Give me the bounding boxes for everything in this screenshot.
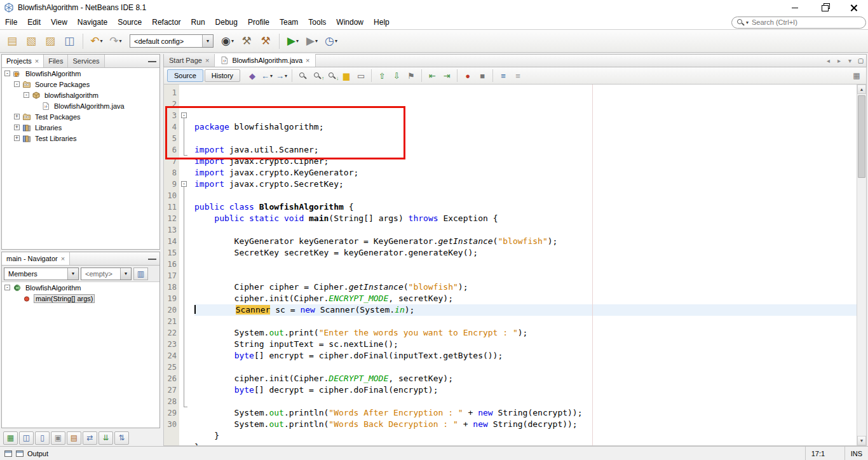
scrollbar-track[interactable] — [857, 94, 866, 436]
run-project-button[interactable]: ▶▾ — [284, 32, 302, 50]
project-item-blowfishalgorithm[interactable]: -BlowfishAlgorithm — [2, 68, 159, 79]
code-line[interactable] — [194, 224, 857, 236]
scroll-down-icon[interactable]: ▼ — [857, 436, 866, 445]
inherited-members-button[interactable]: ▥ — [133, 267, 148, 280]
open-project-button[interactable]: ▨ — [41, 32, 59, 50]
code-line[interactable]: } — [194, 430, 857, 442]
build-project-button[interactable]: ⚒ — [238, 32, 255, 50]
code-line[interactable] — [194, 133, 857, 144]
code-line[interactable]: byte[] decrypt = cipher.doFinal(encrypt)… — [194, 384, 857, 396]
new-file-button[interactable]: ▤ — [3, 32, 21, 50]
code-line[interactable]: import javax.crypto.KeyGenerator; — [194, 167, 857, 179]
output-window-button[interactable]: ▦ — [3, 431, 18, 445]
stop-macro-recording-button[interactable]: ■ — [475, 69, 489, 83]
project-item-source-packages[interactable]: -Source Packages — [2, 79, 159, 90]
close-tab-icon[interactable]: × — [205, 57, 209, 64]
code-line[interactable]: System.out.println("Words Back Decryptio… — [194, 419, 857, 430]
collapse-toggle-icon[interactable]: - — [4, 285, 10, 290]
dropdown-arrow-icon[interactable]: ▾ — [315, 38, 318, 44]
menu-run[interactable]: Run — [186, 16, 210, 29]
expand-toggle-icon[interactable]: + — [14, 125, 20, 130]
comment-button[interactable]: ≡ — [496, 69, 510, 83]
code-editor[interactable]: package blowfishalgorithm;import java.ut… — [189, 85, 857, 445]
new-project-button[interactable]: ▧ — [22, 32, 40, 50]
collapse-toggle-icon[interactable]: - — [24, 92, 29, 98]
fold-collapse-toggle[interactable]: - — [181, 181, 187, 187]
start-macro-recording-button[interactable]: ● — [461, 69, 475, 83]
sessions-window-button[interactable]: ▤ — [67, 431, 81, 445]
project-item-blowfishalgorithm[interactable]: -blowfishalgorithm — [2, 90, 159, 100]
breakpoints-window-button[interactable]: ▣ — [51, 431, 65, 445]
dropdown-arrow-icon[interactable]: ▾ — [296, 38, 299, 44]
code-line[interactable]: import javax.crypto.Cipher; — [194, 156, 857, 167]
search-dropdown-icon[interactable]: ▾ — [746, 20, 749, 25]
dropdown-arrow-icon[interactable]: ▾ — [285, 73, 287, 79]
dropdown-arrow-icon[interactable]: ▾ — [335, 38, 337, 44]
close-button[interactable] — [839, 0, 868, 15]
project-item-libraries[interactable]: +Libraries — [2, 122, 159, 133]
debug-project-button[interactable]: ▶▾ — [303, 32, 321, 50]
code-line[interactable]: System.out.print("Enter the words you wa… — [194, 327, 857, 339]
watches-window-button[interactable]: ▯ — [35, 431, 50, 445]
debugging-window-button[interactable]: ⇅ — [114, 431, 129, 445]
maximize-editor-icon[interactable]: ▢ — [855, 57, 866, 64]
code-line[interactable]: String inputText = sc.nextLine(); — [194, 339, 857, 350]
code-line[interactable] — [194, 362, 857, 373]
expand-toggle-icon[interactable]: + — [14, 114, 20, 119]
scroll-tabs-right-icon[interactable]: ▸ — [834, 57, 844, 64]
close-tab-icon[interactable]: × — [306, 57, 309, 64]
code-line[interactable]: byte[] encrypt = cipher.doFinal(inputTex… — [194, 350, 857, 362]
rectangular-selection-button[interactable]: ▭ — [354, 69, 368, 83]
dropdown-arrow-icon[interactable]: ▾ — [270, 73, 273, 79]
back-button[interactable]: ←▾ — [260, 69, 274, 83]
minimize-panel-icon[interactable] — [148, 61, 156, 62]
deploy-button[interactable]: ◉▾ — [219, 32, 236, 50]
output-window-tab[interactable]: Output — [0, 450, 53, 457]
code-line[interactable]: package blowfishalgorithm; — [194, 121, 857, 133]
next-bookmark-button[interactable]: ⇩ — [390, 69, 403, 83]
code-line[interactable] — [194, 270, 857, 281]
menu-help[interactable]: Help — [369, 16, 395, 29]
code-line[interactable]: import java.util.Scanner; — [194, 144, 857, 156]
find-selection-button[interactable] — [295, 69, 309, 83]
code-line[interactable]: cipher.init(Cipher.ENCRYPT_MODE, secretK… — [194, 293, 857, 304]
combo-dropdown-icon[interactable]: ▾ — [120, 268, 131, 280]
fold-collapse-toggle[interactable]: - — [181, 112, 187, 118]
history-view-button[interactable]: History — [205, 69, 240, 82]
code-line[interactable]: Cipher cipher = Cipher.getInstance("blow… — [194, 281, 857, 293]
collapse-toggle-icon[interactable]: - — [14, 81, 20, 87]
scroll-tabs-left-icon[interactable]: ◂ — [823, 57, 834, 64]
document-list-icon[interactable]: ▾ — [844, 57, 855, 64]
redo-button[interactable]: ↷▾ — [107, 32, 125, 50]
filter-select[interactable]: <empty> ▾ — [81, 267, 132, 280]
code-line[interactable]: SecretKey secretKey = keyGenerator.gener… — [194, 247, 857, 259]
explorer-tab-files[interactable]: Files — [44, 55, 68, 67]
close-tab-icon[interactable]: × — [35, 58, 39, 65]
code-line[interactable]: cipher.init(Cipher.DECRYPT_MODE, secretK… — [194, 373, 857, 384]
explorer-tab-projects[interactable]: Projects× — [2, 55, 44, 67]
uncomment-button[interactable]: ≡ — [511, 69, 525, 83]
code-line[interactable]: KeyGenerator keyGenerator = KeyGenerator… — [194, 236, 857, 247]
close-navigator-icon[interactable]: × — [61, 255, 65, 262]
menu-window[interactable]: Window — [331, 16, 369, 29]
navigator-item-blowfishalgorithm[interactable]: -BlowfishAlgorithm — [2, 282, 159, 293]
editor-tab-start-page[interactable]: Start Page× — [164, 54, 215, 67]
search-input[interactable] — [750, 18, 861, 27]
code-line[interactable]: System.out.println("Words After Encrypti… — [194, 407, 857, 419]
code-line[interactable]: public static void main(String[] args) t… — [194, 213, 857, 224]
scrollbar-thumb[interactable] — [858, 95, 865, 178]
maximize-button[interactable] — [810, 0, 839, 15]
scroll-up-icon[interactable]: ▲ — [857, 85, 866, 94]
clean-build-project-button[interactable]: ⚒ — [257, 32, 275, 50]
forward-button[interactable]: →▾ — [275, 69, 288, 83]
project-item-blowfishalgorithm-java[interactable]: BlowfishAlgorithm.java — [2, 100, 159, 111]
split-window-icon[interactable]: ▦ — [850, 71, 863, 80]
variables-window-button[interactable]: ◫ — [19, 431, 34, 445]
code-line[interactable] — [194, 259, 857, 270]
config-select[interactable]: <default config> ▾ — [130, 34, 214, 48]
members-select[interactable]: Members ▾ — [4, 267, 79, 280]
threads-window-button[interactable]: ⇄ — [83, 431, 97, 445]
collapse-toggle-icon[interactable]: - — [4, 71, 10, 76]
navigator-item-main-string-args[interactable]: main(String[] args) — [2, 293, 159, 304]
shift-line-right-button[interactable]: ⇥ — [440, 69, 454, 83]
